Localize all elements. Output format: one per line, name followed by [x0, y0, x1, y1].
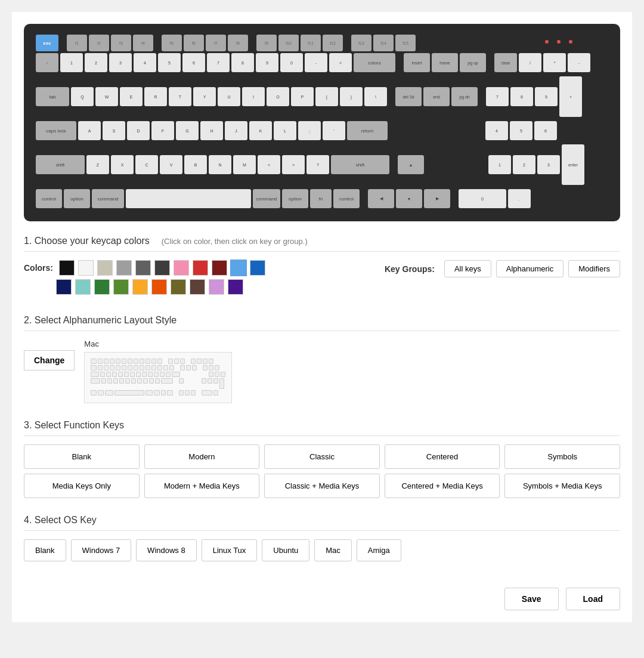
key-return[interactable]: return [347, 121, 388, 140]
fn-btn-classic[interactable]: Classic [264, 444, 380, 469]
key-down[interactable]: ▼ [396, 189, 422, 208]
key-f10[interactable]: f10 [278, 35, 299, 51]
color-red[interactable] [193, 260, 208, 276]
color-charcoal[interactable] [154, 260, 170, 276]
key-p[interactable]: P [291, 87, 314, 106]
os-btn-blank[interactable]: Blank [24, 539, 66, 561]
color-medium-gray[interactable] [116, 260, 132, 276]
key-f13[interactable]: f13 [351, 35, 371, 51]
key-v[interactable]: V [160, 155, 182, 174]
key-num9[interactable]: 9 [535, 87, 558, 106]
fn-btn-symbols[interactable]: Symbols [504, 444, 620, 469]
key-quote[interactable]: ' [323, 121, 345, 140]
key-f3[interactable]: f3 [111, 35, 131, 51]
key-f[interactable]: F [151, 121, 174, 140]
key-home[interactable]: home [432, 53, 458, 72]
key-rshift[interactable]: shift [331, 155, 389, 174]
key-equals[interactable]: = [329, 53, 352, 72]
key-o[interactable]: O [267, 87, 289, 106]
key-cmd-l[interactable]: command [92, 189, 124, 208]
color-lavender[interactable] [209, 279, 224, 295]
key-7[interactable]: 7 [207, 53, 230, 72]
key-numdot[interactable]: . [508, 189, 531, 208]
key-num3[interactable]: 3 [537, 155, 560, 174]
fn-btn-centered-media[interactable]: Centered + Media Keys [385, 474, 500, 498]
key-numminus[interactable]: - [568, 53, 590, 72]
key-semicolon[interactable]: ; [298, 121, 321, 140]
key-pgup[interactable]: pg up [460, 53, 486, 72]
key-8[interactable]: 8 [231, 53, 254, 72]
os-btn-linux[interactable]: Linux Tux [202, 539, 258, 561]
color-green[interactable] [94, 279, 110, 295]
key-capslock[interactable]: caps lock [36, 121, 76, 140]
color-mint[interactable] [75, 279, 91, 295]
os-btn-amiga[interactable]: Amiga [357, 539, 401, 561]
fn-btn-modern-media[interactable]: Modern + Media Keys [144, 474, 260, 498]
key-numdiv[interactable]: / [519, 53, 541, 72]
key-period[interactable]: > [282, 155, 305, 174]
key-tab[interactable]: tab [36, 87, 69, 106]
key-k[interactable]: K [249, 121, 272, 140]
key-g[interactable]: G [176, 121, 199, 140]
color-blue[interactable] [250, 260, 265, 276]
key-num8[interactable]: 8 [510, 87, 533, 106]
color-dark-red[interactable] [212, 260, 227, 276]
key-y[interactable]: Y [193, 87, 216, 106]
key-f4[interactable]: f4 [133, 35, 153, 51]
key-option-l[interactable]: option [64, 189, 90, 208]
key-f15[interactable]: f15 [395, 35, 416, 51]
key-f6[interactable]: f6 [184, 35, 204, 51]
key-fn-r[interactable]: fn [310, 189, 332, 208]
key-numenter[interactable]: enter [562, 144, 584, 185]
os-btn-ubuntu[interactable]: Ubuntu [262, 539, 309, 561]
key-l[interactable]: L [274, 121, 296, 140]
key-comma[interactable]: < [258, 155, 280, 174]
fn-btn-modern[interactable]: Modern [144, 444, 260, 469]
key-num1[interactable]: 1 [488, 155, 511, 174]
fn-btn-media-keys-only[interactable]: Media Keys Only [24, 474, 140, 498]
key-f11[interactable]: f11 [301, 35, 321, 51]
color-purple[interactable] [228, 279, 243, 295]
key-z[interactable]: Z [86, 155, 109, 174]
key-group-alphanumeric[interactable]: Alphanumeric [496, 260, 564, 277]
key-d[interactable]: D [127, 121, 150, 140]
key-esc[interactable]: esc [36, 35, 58, 51]
key-num2[interactable]: 2 [513, 155, 535, 174]
key-f12[interactable]: f12 [323, 35, 343, 51]
change-layout-button[interactable]: Change [24, 350, 75, 370]
key-slash[interactable]: ? [306, 155, 329, 174]
key-backslash[interactable]: \ [364, 87, 387, 106]
key-f8[interactable]: f8 [228, 35, 248, 51]
key-numlock[interactable]: clear [494, 53, 517, 72]
key-lbracket[interactable]: { [315, 87, 338, 106]
key-group-modifiers[interactable]: Modifiers [568, 260, 620, 277]
key-r[interactable]: R [144, 87, 167, 106]
key-a[interactable]: A [78, 121, 101, 140]
key-pgdn[interactable]: pg dn [451, 87, 478, 106]
color-brown[interactable] [190, 279, 205, 295]
key-4[interactable]: 4 [134, 53, 156, 72]
key-6[interactable]: 6 [182, 53, 205, 72]
key-0[interactable]: 0 [280, 53, 303, 72]
key-h[interactable]: H [200, 121, 223, 140]
key-f5[interactable]: f5 [162, 35, 182, 51]
os-btn-win7[interactable]: Windows 7 [71, 539, 132, 561]
key-n[interactable]: N [209, 155, 231, 174]
key-num5[interactable]: 5 [510, 121, 532, 140]
color-white[interactable] [78, 260, 94, 276]
key-left[interactable]: ◀ [368, 189, 394, 208]
key-s[interactable]: S [103, 121, 125, 140]
key-1[interactable]: 1 [60, 53, 83, 72]
key-insert[interactable]: insert [404, 53, 430, 72]
key-space[interactable] [126, 189, 251, 208]
fn-btn-blank[interactable]: Blank [24, 444, 140, 469]
fn-btn-symbols-media[interactable]: Symbols + Media Keys [504, 474, 620, 498]
key-i[interactable]: I [242, 87, 265, 106]
key-5[interactable]: 5 [158, 53, 181, 72]
key-2[interactable]: 2 [85, 53, 107, 72]
key-q[interactable]: Q [71, 87, 94, 106]
load-button[interactable]: Load [566, 588, 620, 610]
key-group-all[interactable]: All keys [444, 260, 491, 277]
color-yellow[interactable] [132, 279, 148, 295]
color-dark-gray[interactable] [135, 260, 151, 276]
